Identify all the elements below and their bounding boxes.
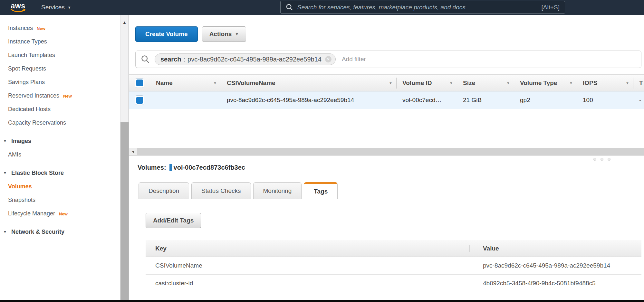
sort-caret-icon: ▼ bbox=[389, 81, 392, 85]
column-header-truncated[interactable]: T bbox=[633, 78, 644, 89]
sidebar-item-snapshots[interactable]: Snapshots bbox=[0, 193, 120, 207]
services-label: Services bbox=[41, 4, 65, 11]
sidebar-item-label: AMIs bbox=[8, 151, 21, 158]
checkbox-checked-fill bbox=[136, 80, 143, 86]
add-filter-label[interactable]: Add filter bbox=[342, 56, 366, 63]
sidebar-item-instance-types[interactable]: Instance Types bbox=[0, 35, 120, 48]
triangle-down-icon: ▼ bbox=[3, 171, 7, 175]
sidebar-item-label: Dedicated Hosts bbox=[8, 106, 51, 112]
sidebar-item-label: Volumes bbox=[8, 183, 32, 190]
aws-logo[interactable]: aws bbox=[10, 2, 26, 13]
sidebar-item-launch-templates[interactable]: Launch Templates bbox=[0, 48, 120, 62]
table-empty-space bbox=[129, 109, 644, 148]
row-checkbox[interactable] bbox=[135, 95, 144, 105]
triangle-down-icon: ▼ bbox=[3, 139, 7, 143]
sidebar-item-lifecycle-manager[interactable]: Lifecycle ManagerNew bbox=[0, 207, 120, 220]
column-header-iops[interactable]: IOPS▼ bbox=[577, 78, 633, 89]
tag-value: pvc-8ac9d62c-c645-495a-989a-ac292ee59b14 bbox=[469, 262, 641, 269]
column-label: Volume Type bbox=[520, 80, 557, 87]
sidebar-item-instances[interactable]: InstancesNew bbox=[0, 21, 120, 35]
sidebar-item-reserved-instances[interactable]: Reserved InstancesNew bbox=[0, 89, 120, 102]
horizontal-scrollbar[interactable]: ◀ bbox=[129, 148, 644, 156]
blue-cursor-bar bbox=[169, 164, 172, 171]
sidebar-item-label: Instance Types bbox=[8, 38, 47, 45]
chevron-down-icon: ▼ bbox=[68, 5, 71, 9]
sidebar-section-images[interactable]: ▼Images bbox=[0, 134, 120, 148]
tab-monitoring[interactable]: Monitoring bbox=[253, 182, 302, 199]
cell-iops: 100 bbox=[577, 91, 633, 109]
ec2-sidebar: InstancesNew Instance Types Launch Templ… bbox=[0, 15, 120, 300]
new-badge: New bbox=[63, 94, 72, 99]
new-badge: New bbox=[59, 212, 68, 216]
tab-tags[interactable]: Tags bbox=[304, 182, 338, 199]
volume-table-row[interactable]: pvc-8ac9d62c-c645-495a-989a-ac292ee59b14… bbox=[129, 91, 644, 109]
sort-caret-icon: ▼ bbox=[213, 81, 217, 85]
cell-csivolumename: pvc-8ac9d62c-c645-495a-989a-ac292ee59b14 bbox=[221, 91, 397, 109]
tag-key: CSIVolumeName bbox=[146, 262, 469, 269]
column-header-size[interactable]: Size▼ bbox=[457, 78, 514, 89]
chevron-down-icon: ▼ bbox=[235, 32, 239, 36]
triangle-down-icon: ▼ bbox=[3, 230, 7, 234]
sidebar-item-label: Instances bbox=[8, 25, 33, 31]
column-header-volume-type[interactable]: Volume Type▼ bbox=[514, 78, 577, 89]
create-volume-button[interactable]: Create Volume bbox=[135, 26, 198, 42]
select-all-checkbox[interactable] bbox=[135, 78, 144, 88]
sidebar-item-spot-requests[interactable]: Spot Requests bbox=[0, 62, 120, 75]
checkbox-checked-fill bbox=[136, 97, 143, 104]
panel-divider bbox=[129, 156, 644, 163]
tag-row: CSIVolumeName pvc-8ac9d62c-c645-495a-989… bbox=[146, 257, 641, 275]
screenshot-bottom-edge bbox=[0, 300, 644, 302]
sidebar-item-label: Lifecycle Manager bbox=[8, 210, 55, 217]
tag-key: cast:cluster-id bbox=[146, 280, 469, 287]
sidebar-scrollbar-thumb[interactable] bbox=[120, 122, 129, 300]
sidebar-item-label: Reserved Instances bbox=[8, 92, 59, 99]
aws-smile-icon bbox=[10, 8, 26, 13]
sort-caret-icon: ▼ bbox=[449, 81, 453, 85]
tab-description[interactable]: Description bbox=[139, 182, 189, 199]
add-edit-tags-button[interactable]: Add/Edit Tags bbox=[146, 213, 201, 228]
sidebar-item-label: Launch Templates bbox=[8, 52, 55, 58]
actions-button[interactable]: Actions ▼ bbox=[202, 26, 246, 42]
filter-value: pvc-8ac9d62c-c645-495a-989a-ac292ee59b14 bbox=[187, 56, 322, 63]
top-navigation-bar: aws Services ▼ Search for services, feat… bbox=[0, 0, 644, 15]
horizontal-scrollbar-thumb[interactable] bbox=[137, 148, 644, 155]
cell-volume-type: gp2 bbox=[514, 91, 577, 109]
column-label: T bbox=[639, 80, 643, 87]
sort-caret-icon: ▼ bbox=[626, 81, 629, 85]
sidebar-item-dedicated-hosts[interactable]: Dedicated Hosts bbox=[0, 102, 120, 116]
sidebar-scrollbar[interactable]: ▲ bbox=[120, 15, 129, 300]
sidebar-section-label: Elastic Block Store bbox=[11, 170, 64, 176]
filter-bar[interactable]: search : pvc-8ac9d62c-c645-495a-989a-ac2… bbox=[135, 51, 641, 68]
cell-name bbox=[150, 91, 221, 109]
tab-status-checks[interactable]: Status Checks bbox=[191, 182, 251, 199]
column-header-volume-id[interactable]: Volume ID▼ bbox=[397, 78, 457, 89]
tags-column-value: Value bbox=[469, 245, 641, 252]
scroll-up-arrow-icon[interactable]: ▲ bbox=[120, 20, 129, 25]
remove-filter-icon[interactable]: ✕ bbox=[325, 56, 332, 62]
panel-resize-handle[interactable] bbox=[593, 158, 610, 161]
new-badge: New bbox=[37, 26, 45, 31]
sidebar-item-label: Snapshots bbox=[8, 197, 35, 203]
filter-separator: : bbox=[184, 56, 186, 63]
global-search-input[interactable]: Search for services, features, marketpla… bbox=[280, 1, 565, 14]
column-header-name[interactable]: Name▼ bbox=[150, 78, 221, 89]
sidebar-section-elastic-block-store[interactable]: ▼Elastic Block Store bbox=[0, 166, 120, 180]
search-icon bbox=[141, 55, 150, 64]
sidebar-item-volumes[interactable]: Volumes bbox=[0, 180, 120, 193]
actions-label: Actions bbox=[209, 31, 232, 38]
tags-table: Key Value CSIVolumeName pvc-8ac9d62c-c64… bbox=[146, 240, 641, 292]
column-header-csivolumename[interactable]: CSIVolumeName▼ bbox=[221, 78, 397, 89]
sidebar-item-capacity-reservations[interactable]: Capacity Reservations bbox=[0, 116, 120, 129]
detail-tabs: Description Status Checks Monitoring Tag… bbox=[129, 182, 644, 199]
sort-caret-icon: ▼ bbox=[506, 81, 510, 85]
scroll-left-arrow-icon[interactable]: ◀ bbox=[129, 148, 137, 155]
sidebar-item-amis[interactable]: AMIs bbox=[0, 148, 120, 161]
selected-volume-id: vol-00c7ecd873c6fb3ec bbox=[174, 164, 245, 171]
sidebar-section-network-security[interactable]: ▼Network & Security bbox=[0, 225, 120, 239]
filter-key: search bbox=[160, 56, 181, 63]
services-menu[interactable]: Services ▼ bbox=[41, 4, 71, 11]
filter-tag[interactable]: search : pvc-8ac9d62c-c645-495a-989a-ac2… bbox=[155, 53, 336, 65]
sidebar-section-label: Images bbox=[11, 138, 31, 144]
sidebar-item-savings-plans[interactable]: Savings Plans bbox=[0, 75, 120, 89]
sidebar-item-label: Capacity Reservations bbox=[8, 119, 66, 126]
